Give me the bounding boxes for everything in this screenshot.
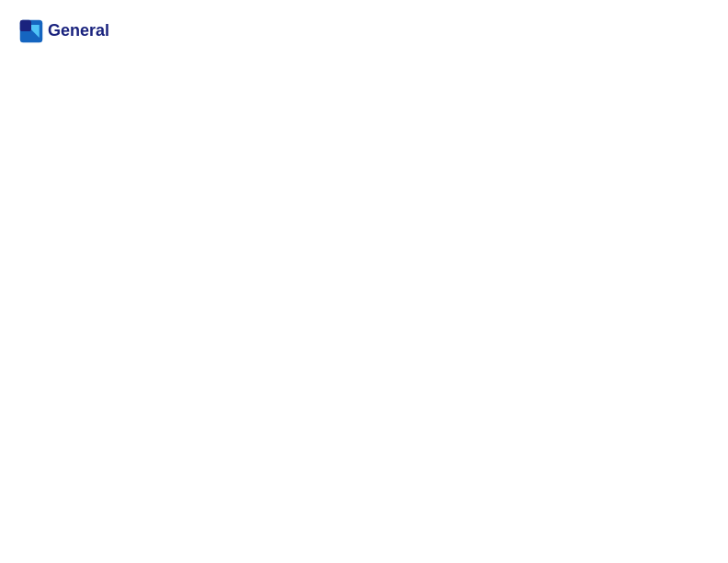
logo-text: General [48, 22, 109, 40]
logo-icon [18, 18, 44, 44]
svg-rect-2 [20, 20, 31, 31]
logo: General [18, 18, 109, 44]
page-header: General [18, 18, 710, 44]
